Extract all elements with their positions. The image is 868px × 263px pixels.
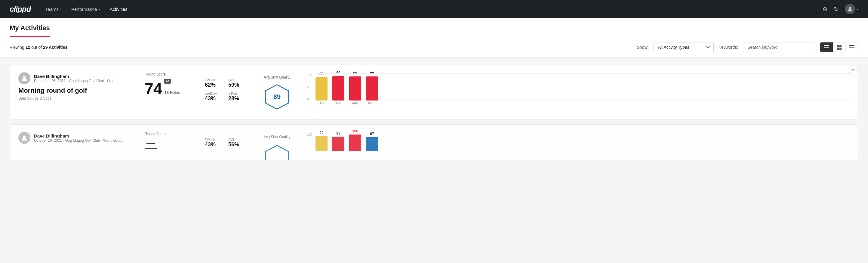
svg-rect-8 bbox=[850, 45, 855, 46]
nav-performance[interactable]: Performance ▾ bbox=[71, 5, 100, 13]
bar-app: 93 bbox=[332, 131, 344, 151]
score-number: 74 bbox=[145, 81, 162, 96]
svg-rect-9 bbox=[849, 45, 850, 46]
chart-section: 100 94 93 bbox=[307, 132, 850, 151]
viewing-text: Viewing 12 out of 29 Activities bbox=[10, 45, 67, 50]
shot-quality-section: Avg Shot Quality bbox=[259, 132, 295, 160]
svg-point-0 bbox=[849, 7, 851, 9]
round-score-label: Round Score bbox=[145, 72, 193, 77]
svg-marker-17 bbox=[265, 146, 288, 161]
page-header: My Activities bbox=[0, 18, 868, 37]
user-name: Dave Billingham bbox=[34, 133, 122, 139]
svg-rect-3 bbox=[824, 49, 829, 49]
bar-ott: 85 bbox=[315, 72, 328, 100]
stat-gir: GIR 50% bbox=[228, 78, 247, 88]
user-name: Dave Billingham bbox=[34, 74, 113, 79]
stat-gir: GIR 56% bbox=[228, 138, 247, 148]
bar-arg: 89 bbox=[349, 71, 361, 100]
stat-fw-hit: FW Hit 43% bbox=[205, 138, 223, 148]
hex-score: 89 bbox=[273, 93, 281, 101]
svg-rect-4 bbox=[837, 45, 839, 47]
logo[interactable]: clippd bbox=[10, 4, 31, 14]
nav-teams[interactable]: Teams ▾ bbox=[45, 5, 62, 13]
bar-putt: 89 bbox=[366, 71, 378, 100]
svg-rect-12 bbox=[850, 49, 855, 49]
page-title: My Activities bbox=[10, 18, 50, 37]
user-menu[interactable]: ▾ bbox=[845, 4, 858, 14]
chart-label-putt: PUTT bbox=[366, 102, 378, 105]
avatar bbox=[18, 72, 30, 84]
avatar bbox=[18, 132, 30, 144]
activity-card: Dave Billingham October 16, 2021 - Gog M… bbox=[10, 124, 858, 160]
bar-ott: 94 bbox=[315, 130, 328, 151]
view-toggle-group bbox=[820, 42, 858, 52]
svg-rect-10 bbox=[850, 47, 855, 48]
chart-section: 100 50 0 85 bbox=[307, 72, 850, 105]
add-button[interactable]: ⊕ bbox=[823, 5, 828, 12]
refresh-button[interactable]: ↻ bbox=[834, 5, 839, 12]
navbar-right: ⊕ ↻ ▾ bbox=[823, 4, 858, 14]
card-left: Dave Billingham December 05, 2021 - Gog … bbox=[18, 72, 133, 100]
stats-section: FW Hit 62% GIR 50% Up/Down 43% 1 Putt 28… bbox=[205, 72, 247, 102]
stat-updown: Up/Down 43% bbox=[205, 92, 223, 102]
stats-section: FW Hit 43% GIR 56% bbox=[205, 132, 247, 148]
view-list-detail-button[interactable] bbox=[845, 42, 858, 52]
round-score-section: Round Score 74 +4 18 Holes bbox=[145, 72, 193, 96]
nav-activities[interactable]: Activities bbox=[110, 5, 127, 13]
svg-rect-6 bbox=[837, 48, 839, 50]
chevron-down-icon: ▾ bbox=[99, 7, 100, 11]
chevron-down-icon: ▾ bbox=[857, 7, 858, 11]
svg-rect-2 bbox=[824, 47, 829, 48]
svg-rect-13 bbox=[849, 49, 850, 49]
keywords-label: Keywords: bbox=[718, 45, 738, 50]
score-main: 74 +4 18 Holes bbox=[145, 79, 193, 96]
holes-text: 18 Holes bbox=[164, 90, 180, 95]
avatar bbox=[845, 4, 855, 14]
stat-one-putt: 1 Putt 28% bbox=[228, 92, 247, 102]
user-row: Dave Billingham October 16, 2021 - Gog M… bbox=[18, 132, 133, 144]
navbar: clippd Teams ▾ Performance ▾ Activities … bbox=[0, 0, 868, 18]
activity-card: Dave Billingham December 05, 2021 - Gog … bbox=[10, 65, 858, 119]
round-score-label: Round Score bbox=[145, 132, 193, 136]
activity-type-select[interactable]: All Activity Types Rounds Practice bbox=[654, 42, 714, 52]
shot-quality-hex: 89 bbox=[264, 82, 290, 112]
view-grid-button[interactable] bbox=[833, 42, 845, 52]
activity-title: Morning round of golf bbox=[18, 87, 133, 94]
score-number: — bbox=[145, 139, 157, 149]
activities-list: Dave Billingham December 05, 2021 - Gog … bbox=[0, 57, 868, 168]
filter-bar: Viewing 12 out of 29 Activities Show: Al… bbox=[0, 37, 868, 57]
chart-label-arg: ARG bbox=[349, 102, 361, 105]
view-list-compact-button[interactable] bbox=[820, 42, 833, 52]
bar-app: 90 bbox=[332, 71, 344, 100]
show-label: Show: bbox=[637, 45, 649, 50]
shot-quality-label: Avg Shot Quality bbox=[264, 135, 290, 139]
svg-rect-11 bbox=[849, 47, 850, 48]
bar-arg: 106 bbox=[349, 129, 361, 151]
chart-label-ott: OTT bbox=[315, 102, 328, 105]
shot-quality-label: Avg Shot Quality bbox=[264, 75, 290, 80]
round-score-section: Round Score — bbox=[145, 132, 193, 149]
edit-button[interactable]: ✏ bbox=[848, 65, 858, 75]
shot-quality-hex bbox=[264, 143, 290, 160]
user-row: Dave Billingham December 05, 2021 - Gog … bbox=[18, 72, 133, 84]
chevron-down-icon: ▾ bbox=[60, 7, 62, 11]
svg-rect-7 bbox=[839, 48, 841, 50]
shot-quality-section: Avg Shot Quality 89 bbox=[259, 72, 295, 112]
svg-rect-5 bbox=[839, 45, 841, 47]
user-date: December 05, 2021 - Gog Magog Golf Club … bbox=[34, 79, 113, 83]
stat-fw-hit: FW Hit 62% bbox=[205, 78, 223, 88]
data-source: Data Source: Arccos bbox=[18, 96, 133, 100]
card-left: Dave Billingham October 16, 2021 - Gog M… bbox=[18, 132, 133, 146]
bar-putt: 87 bbox=[366, 132, 378, 151]
keyword-search-input[interactable] bbox=[743, 42, 815, 52]
chart-label-app: APP bbox=[332, 102, 344, 105]
user-date: October 16, 2021 - Gog Magog Golf Club -… bbox=[34, 139, 122, 143]
svg-rect-1 bbox=[824, 45, 829, 46]
score-badge: +4 bbox=[164, 79, 172, 84]
